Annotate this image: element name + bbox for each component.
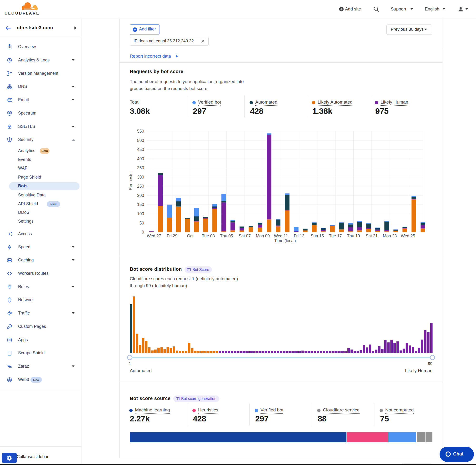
svg-text:Sat 21: Sat 21 — [366, 233, 378, 238]
svg-text:50: 50 — [139, 221, 144, 225]
svg-text:Fri 13: Fri 13 — [294, 233, 305, 238]
svg-text:300: 300 — [137, 175, 144, 180]
svg-text:550: 550 — [137, 129, 144, 134]
svg-text:500: 500 — [137, 138, 144, 143]
svg-text:Tue 17: Tue 17 — [329, 233, 342, 238]
svg-text:Mon 09: Mon 09 — [256, 233, 270, 238]
svg-text:Wed 11: Wed 11 — [274, 233, 288, 238]
svg-text:350: 350 — [137, 166, 144, 170]
svg-text:Requests: Requests — [128, 173, 133, 190]
svg-text:200: 200 — [137, 193, 144, 198]
svg-text:Tue 03: Tue 03 — [202, 233, 215, 238]
svg-text:100: 100 — [137, 211, 144, 216]
svg-text:Thu 05: Thu 05 — [220, 233, 233, 238]
svg-text:250: 250 — [137, 184, 144, 189]
svg-text:Oct: Oct — [187, 233, 193, 238]
svg-text:Thu 19: Thu 19 — [347, 233, 360, 238]
svg-text:Sun 15: Sun 15 — [310, 233, 324, 238]
svg-text:400: 400 — [137, 157, 144, 161]
svg-text:450: 450 — [137, 147, 144, 152]
svg-text:Wed 27: Wed 27 — [147, 233, 161, 238]
svg-text:Wed 25: Wed 25 — [401, 233, 415, 238]
svg-text:Fri 29: Fri 29 — [167, 233, 177, 238]
svg-text:0: 0 — [142, 230, 144, 234]
svg-text:Sat 07: Sat 07 — [239, 233, 251, 238]
svg-text:Mon 23: Mon 23 — [383, 233, 397, 238]
svg-text:Time (local): Time (local) — [274, 238, 296, 243]
svg-text:150: 150 — [137, 202, 144, 207]
